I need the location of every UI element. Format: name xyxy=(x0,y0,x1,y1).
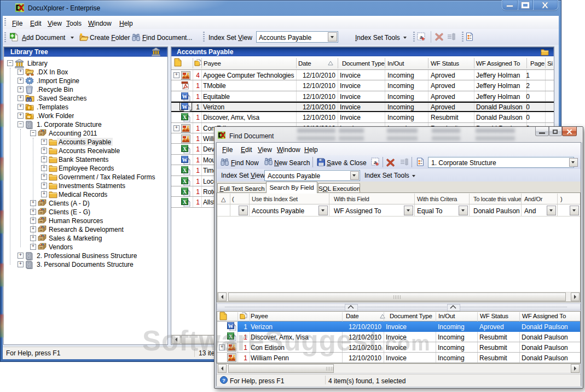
svg-text:X: X xyxy=(183,199,187,205)
svg-text:X: X xyxy=(183,189,187,195)
svg-text:w: w xyxy=(27,114,31,119)
svg-text:X: X xyxy=(183,146,187,152)
svg-text:T: T xyxy=(28,106,31,110)
svg-text:W: W xyxy=(182,157,188,163)
svg-text:?: ? xyxy=(222,377,225,383)
svg-text:X: X xyxy=(183,167,187,173)
svg-text:X: X xyxy=(183,114,187,120)
svg-text:W: W xyxy=(182,104,188,110)
svg-text:W: W xyxy=(182,93,188,100)
svg-text:X: X xyxy=(183,178,187,184)
